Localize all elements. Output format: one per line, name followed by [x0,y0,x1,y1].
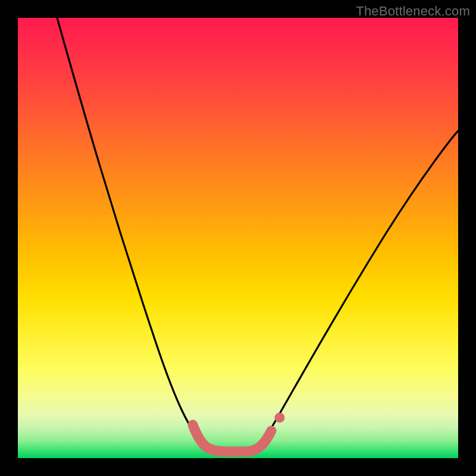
curve-layer [18,18,458,458]
highlight-dot [275,413,285,423]
bottleneck-curve [57,18,458,451]
highlight-segment [193,425,271,452]
watermark-text: TheBottleneck.com [356,4,470,19]
plot-area [18,18,458,458]
chart-frame: TheBottleneck.com [0,0,476,476]
